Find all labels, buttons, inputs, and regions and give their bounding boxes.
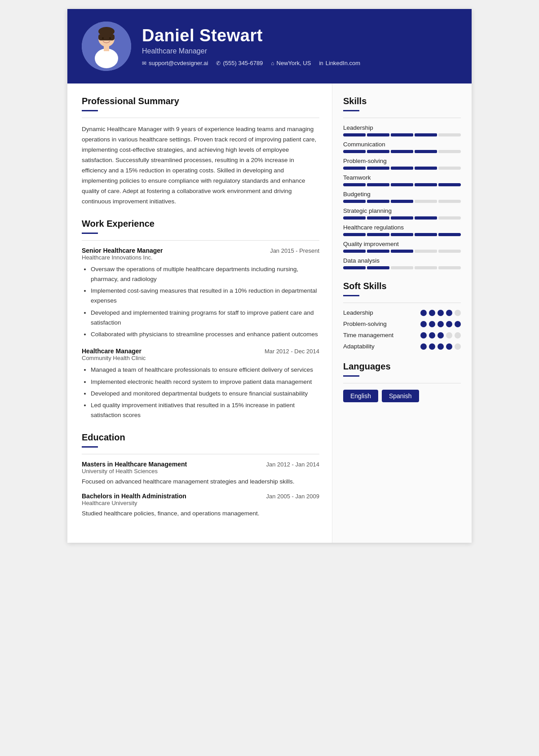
avatar: [82, 22, 131, 71]
skill-segment: [367, 233, 389, 236]
skill-segment: [391, 250, 413, 253]
skill-segment: [343, 150, 366, 153]
skill-segment: [438, 266, 461, 269]
skill-name: Strategic planning: [343, 207, 461, 214]
education-divider-full: [82, 454, 319, 454]
job-title: Senior Healthcare Manager: [82, 247, 163, 254]
jobs-container: Senior Healthcare Manager Jan 2015 - Pre…: [82, 247, 319, 421]
skill-name: Teamwork: [343, 174, 461, 181]
job-bullet: Oversaw the operations of multiple healt…: [91, 264, 319, 285]
skill-segment: [391, 233, 413, 236]
skill-bar: [343, 216, 461, 220]
header-contacts: ✉ support@cvdesigner.ai ✆ (555) 345-6789…: [142, 60, 457, 66]
skill-dot: [420, 310, 427, 316]
header: Daniel Stewart Healthcare Manager ✉ supp…: [67, 9, 472, 84]
skill-bar: [343, 266, 461, 269]
edu-date: Jan 2012 - Jan 2014: [266, 461, 319, 468]
skill-segment: [367, 216, 389, 220]
skills-divider-full: [343, 118, 461, 118]
education-section: Education Masters in Healthcare Manageme…: [82, 432, 319, 519]
summary-text: Dynamic Healthcare Manager with 9 years …: [82, 124, 319, 207]
skill-dot: [455, 321, 461, 327]
work-divider: [82, 233, 98, 234]
body: Professional Summary Dynamic Healthcare …: [67, 84, 472, 543]
edu-header: Bachelors in Health Administration Jan 2…: [82, 492, 319, 500]
edu-header: Masters in Healthcare Management Jan 201…: [82, 461, 319, 468]
linkedin-icon: in: [319, 60, 323, 66]
skill-dot: [420, 321, 427, 327]
skill-segment: [343, 266, 366, 269]
contact-linkedin: in LinkedIn.com: [319, 60, 360, 66]
language-tag: English: [343, 390, 378, 402]
skill-bar: [343, 150, 461, 153]
soft-skill-item: Adaptability: [343, 343, 461, 350]
skill-item: Quality improvement: [343, 241, 461, 253]
skill-segment: [343, 216, 366, 220]
skill-dots: [420, 343, 461, 350]
job-bullet: Collaborated with physicians to streamli…: [91, 330, 319, 339]
skill-segment: [343, 233, 366, 236]
svg-rect-3: [98, 34, 115, 40]
job-title: Healthcare Manager: [82, 347, 141, 355]
skill-item: Budgeting: [343, 191, 461, 203]
soft-skill-name: Adaptability: [343, 343, 420, 350]
skill-bar: [343, 200, 461, 203]
skill-dot: [437, 343, 444, 350]
skill-dot: [446, 343, 452, 350]
job-header: Senior Healthcare Manager Jan 2015 - Pre…: [82, 247, 319, 254]
skills-container: Leadership Communication Problem-solving…: [343, 124, 461, 269]
edu-item: Masters in Healthcare Management Jan 201…: [82, 461, 319, 487]
skill-bar: [343, 183, 461, 186]
skill-segment: [415, 150, 437, 153]
skill-dot: [455, 332, 461, 338]
contact-location: ⌂ NewYork, US: [271, 60, 311, 66]
skill-dots: [420, 321, 461, 327]
svg-rect-5: [104, 46, 109, 51]
skill-name: Data analysis: [343, 257, 461, 264]
skill-segment: [391, 200, 413, 203]
languages-divider: [343, 375, 359, 377]
skill-segment: [391, 133, 413, 136]
job-bullet: Developed and monitored departmental bud…: [91, 389, 319, 399]
skills-section: Skills Leadership Communication Problem-…: [343, 96, 461, 269]
header-info: Daniel Stewart Healthcare Manager ✉ supp…: [142, 26, 457, 66]
skill-name: Problem-solving: [343, 158, 461, 164]
job-bullets: Managed a team of healthcare professiona…: [82, 365, 319, 420]
languages-title: Languages: [343, 361, 461, 372]
skill-segment: [438, 250, 461, 253]
skill-bar: [343, 233, 461, 236]
candidate-name: Daniel Stewart: [142, 26, 457, 45]
skill-dot: [429, 332, 435, 338]
edu-desc: Studied healthcare policies, finance, an…: [82, 509, 319, 519]
skill-segment: [415, 167, 437, 170]
skills-divider: [343, 110, 359, 111]
skill-dot: [446, 332, 452, 338]
skill-dot: [455, 343, 461, 350]
skill-segment: [343, 133, 366, 136]
lang-container: EnglishSpanish: [343, 390, 461, 402]
skill-item: Healthcare regulations: [343, 224, 461, 236]
skill-item: Strategic planning: [343, 207, 461, 220]
job-bullet: Led quality improvement initiatives that…: [91, 400, 319, 421]
skill-segment: [438, 150, 461, 153]
soft-skill-item: Leadership: [343, 309, 461, 316]
soft-skill-name: Time management: [343, 332, 420, 338]
soft-skill-name: Problem-solving: [343, 321, 420, 327]
job-bullet: Developed and implemented training progr…: [91, 308, 319, 328]
skill-name: Budgeting: [343, 191, 461, 198]
svg-point-6: [102, 37, 104, 39]
skill-bar: [343, 133, 461, 136]
skill-item: Teamwork: [343, 174, 461, 186]
work-experience-title: Work Experience: [82, 219, 319, 229]
skill-segment: [391, 150, 413, 153]
skills-title: Skills: [343, 96, 461, 106]
soft-skills-container: Leadership Problem-solving Time manageme…: [343, 309, 461, 350]
education-divider: [82, 446, 98, 448]
skill-dot: [429, 321, 435, 327]
job-bullet: Implemented cost-saving measures that re…: [91, 286, 319, 306]
job-date: Mar 2012 - Dec 2014: [265, 348, 319, 355]
languages-divider-full: [343, 383, 461, 383]
skill-segment: [367, 150, 389, 153]
skill-dot: [437, 321, 444, 327]
summary-title: Professional Summary: [82, 96, 319, 106]
